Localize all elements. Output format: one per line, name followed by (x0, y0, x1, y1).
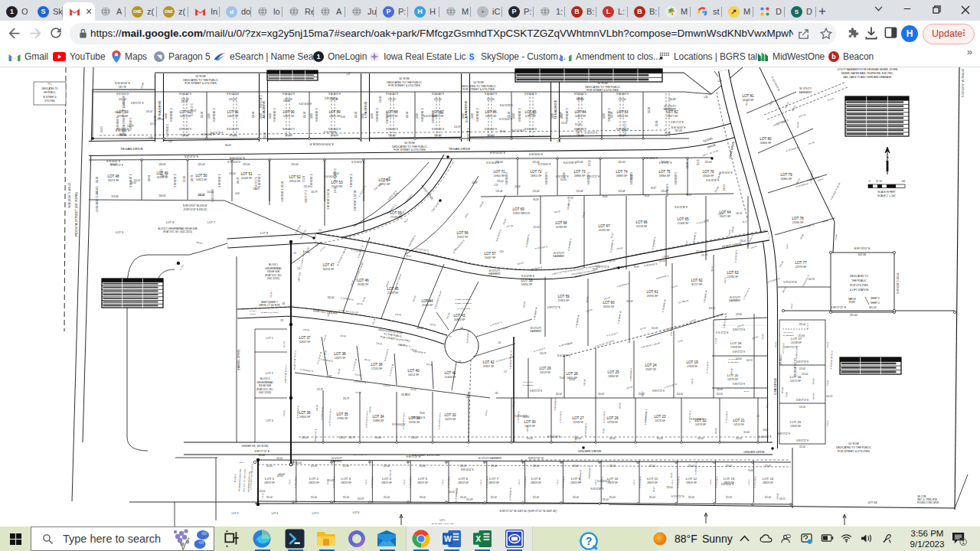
svg-text:115.42': 115.42' (517, 261, 524, 266)
svg-text:14376 SF: 14376 SF (727, 378, 738, 381)
svg-text:14873 SF: 14873 SF (335, 357, 346, 360)
svg-text:N 90°00'00" E: N 90°00'00" E (227, 128, 239, 131)
svg-text:17836 SF: 17836 SF (337, 417, 348, 420)
svg-text:S 10°00'00" W: S 10°00'00" W (703, 290, 708, 304)
svg-text:73.06': 73.06' (340, 116, 346, 119)
svg-text:110.00': 110.00' (411, 436, 418, 439)
svg-text:135.00': 135.00' (289, 479, 290, 485)
svg-text:73.06': 73.06' (405, 393, 411, 396)
svg-text:S 74°27'22" E: S 74°27'22" E (534, 245, 547, 250)
svg-text:& LIFT STATION: & LIFT STATION (850, 289, 869, 292)
svg-text:LENE DRIVE: LENE DRIVE (729, 141, 736, 158)
svg-text:115.00': 115.00' (736, 437, 743, 440)
svg-text:HE PUBLIC: HE PUBLIC (44, 91, 55, 94)
svg-text:N 90°00'00" E: N 90°00'00" E (283, 93, 295, 96)
svg-text:N 11°34'20" E 190.57': N 11°34'20" E 190.57' (300, 250, 305, 269)
svg-text:14376 SF: 14376 SF (655, 419, 665, 422)
svg-text:19800 SF: 19800 SF (494, 174, 505, 178)
svg-text:LOT 34: LOT 34 (372, 415, 384, 419)
svg-text:N 00°32'38" E: N 00°32'38" E (754, 476, 757, 487)
svg-text:115.00': 115.00' (714, 427, 717, 434)
svg-text:14375 SF: 14375 SF (790, 380, 801, 383)
svg-text:N 90°00'00" E: N 90°00'00" E (490, 152, 505, 155)
svg-text:135.00': 135.00' (361, 112, 364, 119)
svg-text:29487 SF: 29487 SF (645, 368, 656, 371)
svg-text:23996 SF: 23996 SF (647, 295, 658, 298)
svg-text:LOT 38: LOT 38 (334, 352, 346, 356)
svg-text:N 00°32'38" E: N 00°32'38" E (706, 179, 719, 182)
svg-text:135.00': 135.00' (633, 479, 635, 485)
svg-text:125.00': 125.00' (183, 175, 186, 182)
svg-text:30884 SF: 30884 SF (760, 142, 772, 145)
svg-text:(PLAT DOC. NO. 2002-12523): (PLAT DOC. NO. 2002-12523) (243, 469, 246, 492)
svg-text:LOT 43: LOT 43 (453, 314, 466, 318)
svg-text:S 89°27'22" E: S 89°27'22" E (777, 432, 790, 435)
svg-text:S 74°27'22" E: S 74°27'22" E (671, 495, 684, 498)
svg-text:LOT 37: LOT 37 (299, 336, 311, 340)
svg-text:N 00°32'38" E: N 00°32'38" E (639, 476, 642, 487)
svg-text:S 89°27'22" E: S 89°27'22" E (547, 306, 560, 309)
svg-text:125.00': 125.00' (243, 163, 250, 166)
svg-text:LOT 83: LOT 83 (616, 110, 629, 114)
svg-text:130.79': 130.79' (348, 436, 355, 439)
svg-text:14276 SF: 14276 SF (445, 418, 456, 421)
svg-text:S 74°27'22" E: S 74°27'22" E (659, 161, 672, 165)
svg-text:125.00': 125.00' (736, 357, 743, 360)
svg-text:S 00°00'00" E: S 00°00'00" E (721, 483, 734, 486)
svg-text:124.19': 124.19' (554, 210, 561, 214)
svg-text:73.06': 73.06' (500, 130, 506, 133)
svg-text:S 89°27'23" E: S 89°27'23" E (530, 390, 542, 393)
svg-text:N 70°00'00" E: N 70°00'00" E (227, 161, 240, 164)
svg-text:S 70°00'00" W: S 70°00'00" W (801, 223, 815, 230)
svg-text:115.00': 115.00' (491, 496, 498, 499)
svg-text:151.63': 151.63' (533, 226, 540, 229)
svg-text:30860 SF: 30860 SF (781, 178, 792, 181)
svg-text:73.06': 73.06' (602, 428, 605, 434)
svg-text:73.06': 73.06' (438, 112, 444, 115)
svg-text:18829 SF: 18829 SF (488, 481, 499, 484)
svg-text:LOT F - 97,75 SF: LOT F - 97,75 SF (702, 149, 719, 158)
svg-text:141.51': 141.51' (529, 112, 536, 116)
svg-text:187.50': 187.50' (283, 409, 286, 416)
svg-text:115.00': 115.00' (697, 437, 704, 440)
svg-text:185.36': 185.36' (769, 99, 773, 106)
svg-text:(N) 00°32'38" E 611.44': (N) 00°32'38" E 611.44' (294, 349, 297, 369)
svg-text:S 89°27'22" E: S 89°27'22" E (733, 350, 745, 354)
svg-text:125.44': 125.44' (576, 190, 583, 193)
svg-text:115.00': 115.00' (296, 461, 302, 465)
svg-text:14825 SF: 14825 SF (575, 115, 586, 118)
svg-text:175.18': 175.18' (262, 493, 263, 499)
svg-text:EASEMENT: EASEMENT (664, 108, 677, 111)
svg-text:125.00': 125.00' (119, 98, 127, 101)
svg-text:LOT 18: LOT 18 (730, 341, 742, 345)
svg-text:125.00': 125.00' (799, 323, 806, 326)
svg-text:135.00': 135.00' (129, 181, 136, 184)
svg-text:130.79': 130.79' (343, 397, 350, 400)
svg-text:TEGAN DRIVE: TEGAN DRIVE (449, 147, 471, 151)
svg-text:S 74°27'22" E: S 74°27'22" E (556, 175, 569, 178)
svg-text:125.00': 125.00' (573, 465, 580, 468)
svg-text:LOT 53: LOT 53 (331, 181, 343, 184)
svg-text:N 90°00'00" E: N 90°00'00" E (455, 239, 466, 251)
svg-text:C6: C6 (460, 327, 463, 330)
svg-text:2002-12523): 2002-12523) (259, 391, 271, 394)
svg-text:16' UTILITY EASEMENT: 16' UTILITY EASEMENT (479, 457, 502, 460)
svg-text:135.00': 135.00' (365, 479, 367, 485)
svg-text:73.06': 73.06' (560, 377, 566, 380)
svg-text:TEGAN DRIVE: TEGAN DRIVE (120, 147, 143, 151)
svg-text:S 00°00'00" E: S 00°00'00" E (566, 108, 569, 122)
svg-text:25' 50': 25' 50' (876, 180, 883, 183)
svg-text:135.00': 135.00' (595, 479, 596, 485)
svg-text:S 00°43'31" W 2644.45': S 00°43'31" W 2644.45' (962, 68, 965, 97)
svg-text:73.06': 73.06' (420, 412, 426, 415)
svg-text:S 10°00'00" W: S 10°00'00" W (533, 307, 538, 321)
svg-text:135.00': 135.00' (201, 111, 204, 119)
svg-text:125.00': 125.00' (688, 465, 695, 468)
svg-text:124.19': 124.19' (322, 334, 327, 342)
svg-text:130.79': 130.79' (161, 174, 168, 178)
svg-text:LOT 74: LOT 74 (616, 170, 628, 174)
svg-text:125.00': 125.00' (765, 465, 772, 468)
svg-text:115.00': 115.00' (765, 496, 772, 499)
svg-text:W: W (444, 535, 452, 543)
svg-text:116.83': 116.83' (668, 98, 677, 101)
